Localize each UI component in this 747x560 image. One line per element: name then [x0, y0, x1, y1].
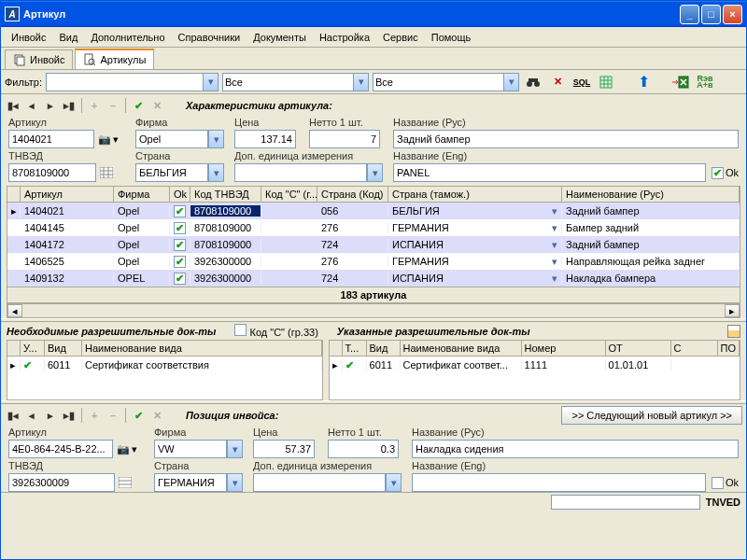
copy-icon — [13, 53, 26, 66]
next-icon[interactable]: ▸ — [42, 407, 59, 424]
next-icon[interactable]: ▸ — [42, 97, 59, 114]
country-input-bot[interactable] — [154, 473, 227, 492]
next-article-button[interactable]: >> Следующий новый артикул >> — [561, 406, 742, 425]
netto-input-bot[interactable] — [328, 440, 399, 458]
menu-service[interactable]: Сервис — [376, 30, 425, 45]
chevron-down-icon[interactable]: ▾ — [503, 73, 519, 91]
filter-bar: Фильтр: ▾ ▾ ▾ ✕ SQL ⬆ RэвА+в — [1, 70, 746, 94]
chevron-down-icon[interactable]: ▾ — [208, 130, 224, 148]
chevron-down-icon[interactable]: ▾ — [227, 440, 243, 458]
nav-toolbar-bottom: ▮◂ ◂ ▸ ▸▮ + – ✔ ✕ Позиция инвойса: >> Сл… — [1, 404, 746, 427]
confirm-icon[interactable]: ✔ — [130, 97, 147, 114]
last-icon[interactable]: ▸▮ — [61, 97, 78, 114]
artikul-input-bot[interactable] — [8, 440, 113, 458]
name-eng-input[interactable] — [393, 163, 706, 182]
scroll-right-icon[interactable]: ▸ — [725, 304, 740, 317]
minimize-button[interactable]: _ — [680, 5, 699, 24]
price-input[interactable] — [234, 130, 296, 148]
chevron-down-icon[interactable]: ▾ — [227, 473, 243, 492]
svg-rect-14 — [100, 167, 113, 178]
svg-rect-1 — [17, 57, 24, 65]
delete-icon[interactable]: ✕ — [547, 72, 568, 92]
chevron-down-icon[interactable]: ▾ — [132, 443, 137, 455]
chevron-down-icon[interactable]: ▾ — [113, 133, 119, 146]
dop-unit-input-bot[interactable] — [253, 473, 386, 492]
filter-label: Фильтр: — [5, 77, 42, 88]
app-icon: A — [5, 7, 20, 21]
last-icon[interactable]: ▸▮ — [61, 407, 78, 424]
first-icon[interactable]: ▮◂ — [5, 97, 21, 114]
chevron-down-icon[interactable]: ▾ — [386, 473, 402, 492]
firma-input-bot[interactable] — [154, 440, 227, 458]
calendar-icon[interactable] — [727, 325, 740, 338]
name-rus-input-bot[interactable] — [412, 440, 739, 458]
excel-export-icon[interactable] — [670, 72, 691, 92]
filter-input-3[interactable] — [373, 73, 503, 91]
status-input[interactable] — [551, 495, 700, 510]
menu-docs[interactable]: Документы — [247, 30, 313, 45]
plus-icon: + — [86, 97, 103, 114]
dop-unit-input[interactable] — [234, 163, 367, 182]
grid-icon[interactable] — [596, 72, 616, 92]
close-button[interactable]: × — [723, 5, 742, 24]
chevron-down-icon[interactable]: ▾ — [203, 73, 218, 91]
menu-additional[interactable]: Дополнительно — [84, 30, 171, 45]
price-input-bot[interactable] — [253, 440, 315, 458]
artikul-input[interactable] — [8, 130, 94, 148]
required-docs-grid[interactable]: У...ВидНаименование вида ▸✔6011Сертифика… — [7, 340, 323, 400]
confirm-icon[interactable]: ✔ — [130, 407, 147, 424]
chevron-down-icon[interactable]: ▾ — [353, 73, 369, 91]
filter-input-2[interactable] — [222, 73, 353, 91]
table-row[interactable]: 1404145Opel✔8708109000276ГЕРМАНИЯ ▾Бампе… — [7, 219, 740, 236]
grid-small-icon[interactable] — [117, 474, 134, 491]
code-c-checkbox[interactable] — [234, 324, 247, 336]
window-title: Артикул — [23, 8, 65, 20]
first-icon[interactable]: ▮◂ — [5, 407, 21, 424]
table-row[interactable]: 1406525Opel✔3926300000276ГЕРМАНИЯ ▾Напра… — [7, 253, 740, 270]
camera-icon[interactable]: 📷 — [115, 441, 132, 457]
status-bar: TNVED — [1, 492, 746, 511]
table-row[interactable]: 1409132OPEL✔3926300000724ИСПАНИЯ ▾Наклад… — [7, 270, 740, 287]
ok-checkbox-top[interactable]: ✔ — [712, 167, 724, 179]
arrow-up-icon[interactable]: ⬆ — [633, 72, 654, 92]
netto-input[interactable] — [309, 130, 380, 148]
firma-input[interactable] — [135, 130, 208, 148]
minus-icon: – — [105, 97, 121, 114]
prev-icon[interactable]: ◂ — [23, 407, 40, 424]
tnved-input[interactable] — [8, 163, 96, 182]
menu-view[interactable]: Вид — [52, 30, 84, 45]
table-row[interactable]: ▸1404021Opel✔8708109000056БЕЛЬГИЯ ▾Задни… — [7, 203, 740, 219]
chevron-down-icon[interactable]: ▾ — [208, 163, 224, 182]
prev-icon[interactable]: ◂ — [23, 97, 40, 114]
tab-invoice[interactable]: Инвойс — [5, 49, 73, 69]
filter-input-1[interactable] — [46, 73, 203, 91]
menu-refs[interactable]: Справочники — [172, 30, 247, 45]
menu-settings[interactable]: Настройка — [313, 30, 376, 45]
name-eng-input-bot[interactable] — [412, 473, 706, 492]
cancel-icon: ✕ — [148, 97, 165, 114]
articles-grid[interactable]: Артикул Фирма Ok Код ТНВЭД Код "С" (г...… — [7, 186, 740, 303]
specified-docs-grid[interactable]: Т...ВидНаименование видаНомерОТСПО ▸✔601… — [329, 340, 740, 400]
ok-checkbox-bot[interactable] — [712, 477, 724, 489]
menubar: Инвойс Вид Дополнительно Справочники Док… — [1, 27, 746, 48]
rub-icon[interactable]: RэвА+в — [695, 72, 715, 92]
tab-articles[interactable]: Артикулы — [75, 49, 154, 69]
cancel-icon: ✕ — [148, 407, 165, 424]
grid-small-icon[interactable] — [98, 164, 115, 181]
name-rus-input[interactable] — [393, 130, 739, 148]
menu-help[interactable]: Помощь — [425, 30, 478, 45]
menu-invoice[interactable]: Инвойс — [5, 30, 52, 45]
table-row[interactable]: 1404172Opel✔8708109000724ИСПАНИЯ ▾Задний… — [7, 236, 740, 253]
section-characteristics: Характеристики артикула: — [167, 100, 332, 111]
scroll-left-icon[interactable]: ◂ — [7, 304, 22, 317]
sql-icon[interactable]: SQL — [571, 72, 592, 92]
grid-hscroll[interactable]: ◂▸ — [7, 303, 740, 318]
tnved-input-bot[interactable] — [8, 473, 115, 492]
maximize-button[interactable]: □ — [701, 5, 721, 24]
plus-icon: + — [86, 407, 103, 424]
spec-docs-header: Указанные разрешительные док-ты — [337, 326, 530, 337]
camera-icon[interactable]: 📷 — [96, 131, 113, 147]
country-input[interactable] — [135, 163, 208, 182]
chevron-down-icon[interactable]: ▾ — [367, 163, 383, 182]
binoculars-icon[interactable] — [523, 72, 543, 92]
